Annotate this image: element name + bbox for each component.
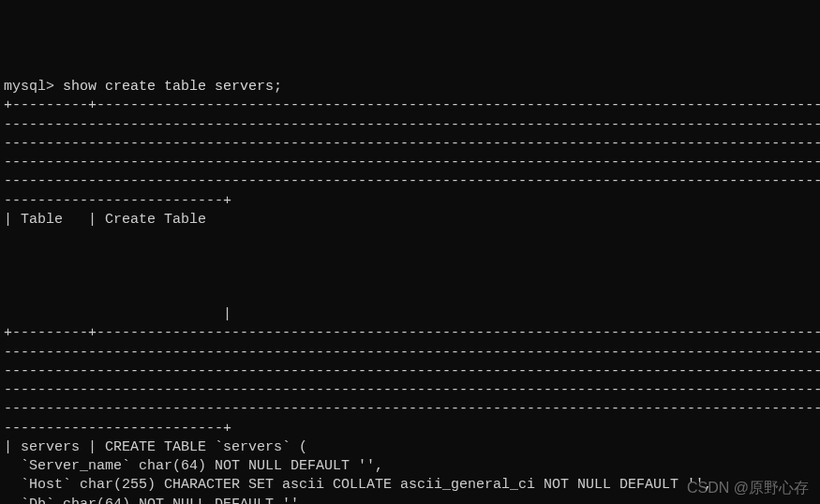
column-def-db: `Db` char(64) NOT NULL DEFAULT '', xyxy=(4,497,307,505)
output-line xyxy=(4,288,820,304)
output-line: +---------+-----------------------------… xyxy=(4,325,820,341)
output-line: --------------------------+ xyxy=(4,421,231,437)
output-line: ----------------------------------------… xyxy=(4,401,820,417)
sql-command: show create table servers; xyxy=(54,79,282,95)
output-line xyxy=(4,269,820,285)
output-line xyxy=(4,249,820,265)
output-line: --------------------------+ xyxy=(4,193,231,209)
watermark-text: CSDN @原野心存 xyxy=(687,478,809,498)
output-line xyxy=(4,230,820,246)
output-line: ----------------------------------------… xyxy=(4,155,820,170)
output-line: ----------------------------------------… xyxy=(4,382,820,398)
create-table-line: | servers | CREATE TABLE `servers` ( xyxy=(4,439,307,455)
output-line: | xyxy=(4,306,231,322)
column-def-host: `Host` char(255) CHARACTER SET ascii COL… xyxy=(4,477,712,493)
table-header-row: | Table | Create Table xyxy=(4,212,820,228)
output-line: +---------+-----------------------------… xyxy=(4,97,820,113)
terminal-output: mysql> show create table servers; +-----… xyxy=(4,78,816,504)
output-line: ----------------------------------------… xyxy=(4,173,820,189)
output-line: ----------------------------------------… xyxy=(4,136,820,152)
column-def-server-name: `Server_name` char(64) NOT NULL DEFAULT … xyxy=(4,458,383,474)
mysql-prompt: mysql> xyxy=(4,79,54,95)
output-line: ----------------------------------------… xyxy=(4,117,820,133)
output-line: ----------------------------------------… xyxy=(4,345,820,361)
output-line: ----------------------------------------… xyxy=(4,363,820,379)
